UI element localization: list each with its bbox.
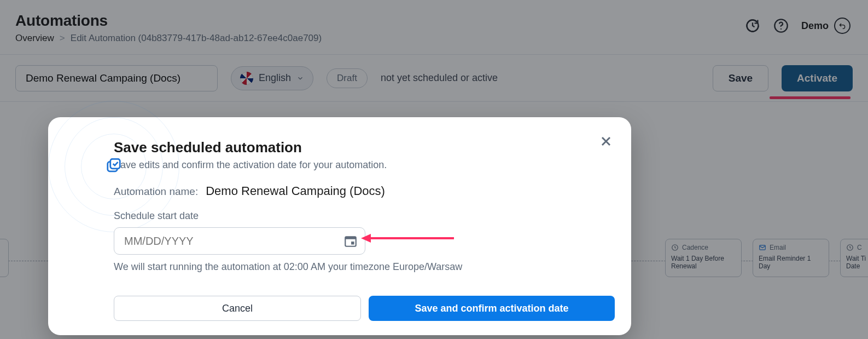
close-icon[interactable] bbox=[598, 134, 614, 149]
flow-node-email[interactable]: Email Email Reminder 1 Day bbox=[753, 239, 829, 277]
schedule-check-icon bbox=[105, 158, 123, 175]
activate-button[interactable]: Activate bbox=[782, 65, 853, 91]
flow-node-body: Wait Ti Date bbox=[846, 255, 867, 270]
cancel-button[interactable]: Cancel bbox=[114, 296, 361, 321]
flow-node-cadence[interactable]: Cadence Wait 1 Day Before Renewal bbox=[665, 239, 742, 277]
topbar-right: Demo bbox=[744, 18, 850, 34]
flag-uk-icon bbox=[240, 72, 253, 85]
schedule-date-hint: We will start running the automation at … bbox=[114, 261, 605, 273]
confirm-activation-button[interactable]: Save and confirm activation date bbox=[369, 296, 615, 321]
flow-node-body: Email Reminder 1 Day bbox=[759, 255, 823, 270]
user-menu[interactable]: Demo bbox=[801, 18, 850, 34]
modal-title: Save scheduled automation bbox=[114, 139, 605, 156]
undo-icon bbox=[834, 18, 850, 34]
flow-node-body: Wait 1 Day Before Renewal bbox=[671, 255, 736, 270]
svg-rect-10 bbox=[351, 242, 354, 244]
flow-node-type: C bbox=[857, 244, 862, 251]
breadcrumb: Overview > Edit Automation (04b83779-417… bbox=[15, 33, 322, 44]
status-text: not yet scheduled or active bbox=[381, 72, 498, 84]
automation-name-row: Automation name: Demo Renewal Campaing (… bbox=[114, 184, 605, 198]
modal-buttons: Cancel Save and confirm activation date bbox=[114, 296, 615, 321]
page-title: Automations bbox=[15, 12, 322, 30]
history-icon[interactable] bbox=[744, 18, 761, 34]
svg-point-2 bbox=[780, 28, 782, 30]
clock-icon bbox=[671, 244, 679, 251]
flow-node-partial-left[interactable]: efore bbox=[0, 239, 9, 277]
calendar-icon[interactable] bbox=[343, 234, 358, 248]
user-menu-label: Demo bbox=[801, 20, 829, 32]
topbar: Automations Overview > Edit Automation (… bbox=[0, 0, 868, 55]
toolbar: English Draft not yet scheduled or activ… bbox=[0, 55, 868, 102]
mail-icon bbox=[759, 244, 766, 251]
breadcrumb-root[interactable]: Overview bbox=[15, 33, 54, 44]
flow-node-type: Cadence bbox=[682, 244, 708, 251]
flow-node-partial-right[interactable]: C Wait Ti Date bbox=[840, 239, 868, 277]
svg-rect-7 bbox=[110, 159, 120, 169]
schedule-date-input[interactable] bbox=[114, 227, 365, 255]
modal-subtitle: Save edits and confirm the activation da… bbox=[114, 159, 605, 171]
flow-node-body: efore bbox=[0, 247, 3, 255]
flow-node-type: Email bbox=[770, 244, 786, 251]
save-scheduled-modal: Save scheduled automation Save edits and… bbox=[48, 117, 631, 335]
annotation-underline bbox=[770, 96, 850, 99]
breadcrumb-leaf: Edit Automation (04b83779-417b-48ad-ab12… bbox=[71, 33, 322, 44]
modal-logo bbox=[97, 150, 130, 183]
schedule-date-field-wrap bbox=[114, 227, 365, 255]
help-icon[interactable] bbox=[773, 18, 789, 34]
schedule-date-label: Schedule start date bbox=[114, 210, 605, 222]
svg-rect-9 bbox=[345, 237, 356, 239]
automation-name-value: Demo Renewal Campaing (Docs) bbox=[206, 184, 385, 198]
automation-name-input[interactable] bbox=[15, 65, 218, 91]
status-pill: Draft bbox=[327, 68, 368, 88]
topbar-left: Automations Overview > Edit Automation (… bbox=[15, 12, 322, 44]
breadcrumb-separator: > bbox=[60, 33, 65, 44]
clock-icon bbox=[846, 244, 854, 251]
chevron-down-icon bbox=[296, 74, 304, 82]
language-label: English bbox=[259, 72, 291, 84]
save-button[interactable]: Save bbox=[713, 65, 768, 91]
language-dropdown[interactable]: English bbox=[231, 66, 313, 90]
